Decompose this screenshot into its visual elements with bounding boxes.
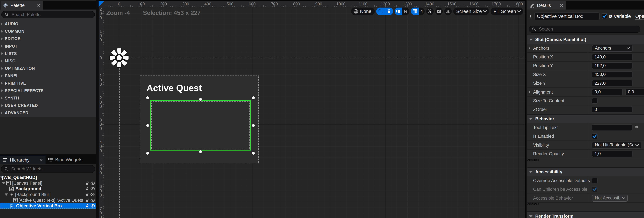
expand-down-icon[interactable] xyxy=(4,194,8,196)
expand-right-icon[interactable] xyxy=(1,22,3,25)
hierarchy-row-background-blur[interactable]: [Background Blur] xyxy=(0,192,96,198)
property-value-field[interactable] xyxy=(592,124,632,131)
property-value-field-y[interactable]: 0,0 xyxy=(625,89,644,95)
property-value-field[interactable]: 0 xyxy=(592,106,632,113)
property-value-field[interactable]: 1,0 xyxy=(592,151,632,157)
flip-preview-button[interactable] xyxy=(444,7,452,15)
expand-right-icon[interactable] xyxy=(1,82,3,85)
palette-category-optimization[interactable]: OPTIMIZATION xyxy=(0,65,96,72)
resize-handle[interactable] xyxy=(199,98,202,101)
palette-category-lists[interactable]: LISTS xyxy=(0,50,96,57)
advanced-expander-row[interactable]: Advanced xyxy=(527,158,644,167)
palette-search[interactable] xyxy=(1,11,95,18)
fill-screen-dropdown[interactable]: Fill Screen xyxy=(490,7,523,15)
resize-handle[interactable] xyxy=(252,124,255,127)
localization-preview-button[interactable]: None xyxy=(351,7,374,15)
dashed-outline-toggle-button[interactable] xyxy=(376,7,385,15)
palette-category-special-effects[interactable]: SPECIAL EFFECTS xyxy=(0,87,96,94)
expand-right-icon[interactable] xyxy=(1,89,3,92)
resize-handle[interactable] xyxy=(252,152,255,155)
show-outlines-button[interactable] xyxy=(394,7,402,15)
expand-down-icon[interactable] xyxy=(2,182,6,184)
tab-palette[interactable]: Palette xyxy=(0,1,43,9)
hierarchy-row-objective-vertical-box[interactable]: Objective Vertical Box xyxy=(0,203,96,209)
panel-splitter[interactable] xyxy=(96,0,98,218)
expand-right-icon[interactable] xyxy=(1,37,3,40)
advanced-expander-row[interactable]: Advanced xyxy=(527,203,644,211)
section-header-accessibility[interactable]: Accessibility xyxy=(527,168,644,176)
property-checkbox[interactable] xyxy=(592,178,598,183)
resize-handle[interactable] xyxy=(199,150,202,153)
hierarchy-search-input[interactable] xyxy=(11,167,92,172)
palette-category-editor[interactable]: EDITOR xyxy=(0,35,96,42)
palette-category-synth[interactable]: SYNTH xyxy=(0,94,96,102)
expand-right-icon[interactable] xyxy=(1,52,3,55)
palette-category-panel[interactable]: PANEL xyxy=(0,72,96,79)
bind-flag-icon[interactable] xyxy=(634,125,639,130)
details-search-input[interactable] xyxy=(539,26,637,32)
palette-category-misc[interactable]: MISC xyxy=(0,57,96,65)
expand-right-icon[interactable] xyxy=(1,60,3,62)
tab-bind-widgets[interactable]: Bind Widgets xyxy=(48,156,82,164)
palette-category-common[interactable]: COMMON xyxy=(0,27,96,35)
palette-category-audio[interactable]: AUDIO xyxy=(0,20,96,27)
anchor-medallion[interactable] xyxy=(108,46,130,69)
select-tool-button[interactable] xyxy=(426,7,434,15)
expand-down-icon[interactable] xyxy=(529,38,532,41)
expand-down-icon[interactable] xyxy=(529,171,532,173)
hierarchy-search[interactable] xyxy=(1,165,95,173)
tab-hierarchy[interactable]: Hierarchy xyxy=(0,156,46,164)
eye-icon[interactable] xyxy=(90,193,95,196)
close-icon[interactable] xyxy=(560,4,563,7)
property-checkbox[interactable] xyxy=(592,187,598,192)
respect-locks-button[interactable]: R xyxy=(402,7,410,15)
eye-icon[interactable] xyxy=(90,181,95,185)
section-header-slot-canvas-panel-slot[interactable]: Slot (Canvas Panel Slot) xyxy=(527,35,644,44)
expand-right-icon[interactable] xyxy=(1,97,3,100)
hierarchy-row-wb-questhud[interactable]: [WB_QuestHUD] xyxy=(0,175,96,180)
palette-category-primitive[interactable]: PRIMITIVE xyxy=(0,80,96,87)
expand-right-icon[interactable] xyxy=(1,104,3,107)
grid-snap-toggle-button[interactable] xyxy=(411,7,419,15)
expand-right-icon[interactable] xyxy=(529,47,530,50)
property-dropdown[interactable]: Not Accessible xyxy=(592,195,628,202)
expand-right-icon[interactable] xyxy=(1,67,3,70)
section-header-render-transform[interactable]: Render Transform xyxy=(527,212,644,218)
expand-down-icon[interactable] xyxy=(529,118,532,120)
resize-handle[interactable] xyxy=(146,152,149,155)
property-dropdown[interactable]: Not Hit-Testable (Self O xyxy=(592,142,641,149)
eye-icon[interactable] xyxy=(90,204,95,208)
property-value-field[interactable]: 453,0 xyxy=(592,71,632,78)
expand-right-icon[interactable] xyxy=(1,74,3,77)
expand-right-icon[interactable] xyxy=(1,45,3,48)
selected-widget-bounds[interactable] xyxy=(150,100,251,151)
eye-icon[interactable] xyxy=(90,187,95,191)
lock-open-icon[interactable] xyxy=(85,192,89,197)
expand-down-icon[interactable] xyxy=(529,215,532,217)
property-checkbox[interactable] xyxy=(592,133,598,139)
lock-open-icon[interactable] xyxy=(85,181,89,185)
active-quest-title-text[interactable]: Active Quest xyxy=(146,83,202,93)
palette-category-advanced[interactable]: ADVANCED xyxy=(0,109,96,117)
close-icon[interactable] xyxy=(40,159,43,162)
widget-name-field[interactable]: Objective Vertical Box xyxy=(534,12,600,20)
resize-handle[interactable] xyxy=(252,96,255,99)
palette-category-input[interactable]: INPUT xyxy=(0,42,96,50)
property-dropdown[interactable]: Anchors xyxy=(592,45,632,52)
hierarchy-row-background[interactable]: Background xyxy=(0,186,96,192)
screen-size-dropdown[interactable]: Screen Size xyxy=(453,7,489,15)
lock-open-icon[interactable] xyxy=(85,187,89,191)
lock-open-icon[interactable] xyxy=(85,204,89,208)
hierarchy-row-active-quest-text-active-quest[interactable]: [Active Quest Text] "Active Quest xyxy=(0,197,96,203)
lock-widgets-button[interactable] xyxy=(385,7,393,15)
section-header-behavior[interactable]: Behavior xyxy=(527,115,644,123)
tab-details[interactable]: Details xyxy=(527,1,566,9)
property-value-field[interactable]: 140,0 xyxy=(592,54,632,60)
grid-snap-size-button[interactable]: 4 xyxy=(419,7,425,15)
palette-category-user-created[interactable]: USER CREATED xyxy=(0,102,96,109)
property-value-field-x[interactable]: 0,0 xyxy=(592,89,623,95)
expand-right-icon[interactable] xyxy=(1,111,3,114)
resize-handle[interactable] xyxy=(146,124,149,127)
resize-handle[interactable] xyxy=(146,96,149,99)
is-variable-checkbox[interactable] xyxy=(602,13,607,19)
